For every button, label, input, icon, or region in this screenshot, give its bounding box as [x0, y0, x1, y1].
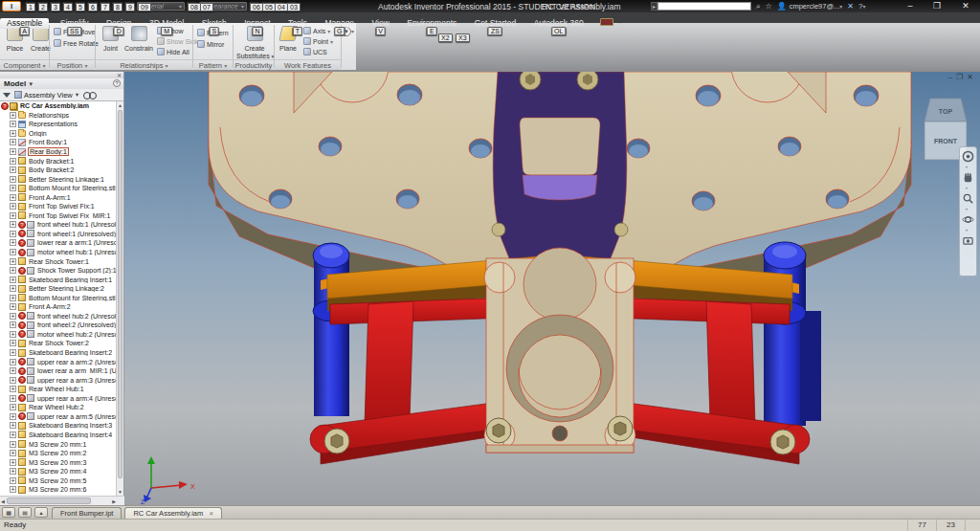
expand-plus-icon[interactable] [10, 295, 16, 301]
qat-button[interactable]: Appearance ▾ 07 [199, 2, 247, 11]
search-icon[interactable]: ⌕ [756, 2, 760, 11]
qat-button[interactable]: 05 [261, 2, 272, 11]
tree-item[interactable]: Rear Wheel Hub:2 [0, 403, 117, 412]
tree-item[interactable]: Skateboard Bearing Insert:3 [0, 421, 117, 431]
expand-plus-icon[interactable] [10, 148, 16, 155]
expand-plus-icon[interactable] [10, 239, 16, 246]
tree-item[interactable]: Front A-Arm:1 [0, 192, 117, 202]
expand-tabs-icon[interactable]: ▴ [34, 507, 48, 518]
expand-plus-icon[interactable] [10, 267, 16, 274]
expand-plus-icon[interactable] [10, 395, 16, 402]
expand-plus-icon[interactable] [10, 331, 16, 338]
tree-item[interactable]: Better Steering Linkage:1 [0, 174, 117, 184]
productivity-panel-label[interactable]: Productivity [234, 59, 274, 70]
expand-plus-icon[interactable] [10, 249, 16, 255]
tree-item[interactable]: ? motor wheel hub:2 (Unresolved) [0, 330, 117, 340]
ribbon-tab[interactable]: Tools T [281, 18, 314, 29]
help-icon[interactable]: ? [113, 79, 121, 87]
graphics-viewport[interactable]: X Z TOP FRONT –❐✕ ▾ [124, 72, 980, 505]
tab-close-icon[interactable]: ✕ [209, 511, 213, 517]
constrain-button[interactable]: Constrain [123, 25, 154, 59]
qat-button[interactable]: 08 [187, 2, 197, 11]
tree-item[interactable]: ? front wheel:1 (Unresolved) [0, 230, 117, 239]
rear-body-part[interactable] [493, 72, 627, 277]
component-panel-label[interactable]: Component ▾ [0, 59, 49, 70]
qat-button[interactable]: 7 [100, 2, 110, 11]
tree-item[interactable]: Skateboard Bearing Insert:1 [0, 275, 117, 284]
doc-minimize-icon[interactable]: – [948, 73, 956, 81]
expand-plus-icon[interactable] [10, 303, 16, 310]
ucs-button[interactable]: UCS [303, 47, 327, 56]
ribbon-tab[interactable]: Design D [100, 18, 138, 29]
tree-item[interactable]: M3 Screw 20 mm:3 [0, 457, 117, 467]
tree-item[interactable]: Origin [0, 129, 117, 139]
tile-windows-icon[interactable]: ▦ [2, 507, 15, 518]
qat-button[interactable]: 8 [112, 2, 122, 11]
qat-button[interactable]: 03 [286, 2, 297, 11]
tree-horizontal-scrollbar[interactable]: ◀ ▶ [0, 496, 124, 505]
ribbon-tab[interactable]: Sketch S [195, 18, 234, 29]
tree-item[interactable]: ? upper rear a arm:3 (Unresolved) [0, 375, 117, 385]
tree-item[interactable]: M3 Screw 20 mm:1 [0, 439, 117, 449]
expand-plus-icon[interactable] [10, 212, 16, 219]
work-features-panel-label[interactable]: Work Features [275, 59, 341, 70]
tree-item[interactable]: Front Body:1 [0, 138, 117, 147]
document-tab[interactable]: RC Car Assembly.iam ✕ [124, 507, 222, 519]
expand-plus-icon[interactable] [10, 139, 16, 145]
qat-button[interactable]: 5 [75, 2, 85, 11]
qat-button[interactable]: 6 [87, 2, 98, 11]
tree-item[interactable]: Skateboard Bearing Insert:4 [0, 431, 117, 440]
cascade-windows-icon[interactable]: ▤ [18, 507, 32, 518]
expand-plus-icon[interactable] [10, 349, 16, 356]
expand-plus-icon[interactable] [10, 231, 16, 237]
expand-plus-icon[interactable] [10, 359, 16, 365]
tree-item[interactable]: M3 Screw 20 mm:5 [0, 476, 117, 485]
qat-button[interactable]: Material ▾ 09 [137, 2, 185, 11]
tree-item[interactable]: ? RC Car Assembly.iam [0, 101, 117, 111]
expand-plus-icon[interactable] [10, 221, 16, 228]
tree-item[interactable]: Front A-Arm:2 [0, 302, 117, 312]
pan-hand-icon[interactable] [962, 171, 974, 184]
ribbon-tab[interactable]: Autodesk 360 OL [527, 18, 590, 29]
orbit-icon[interactable] [962, 213, 974, 226]
expand-plus-icon[interactable] [10, 450, 16, 456]
find-binoculars-icon[interactable] [83, 92, 95, 99]
hide-all-button[interactable]: Hide All [157, 47, 189, 56]
ribbon-tab[interactable]: View V [366, 18, 396, 29]
tree-item[interactable]: ? upper rear a arm:5 (Unresolved) [0, 412, 117, 422]
expand-plus-icon[interactable] [10, 340, 16, 346]
panel-grab-bar[interactable] [0, 72, 123, 78]
filter-funnel-icon[interactable] [3, 93, 11, 98]
tree-item[interactable]: Front Top Swivel Fix:1 [0, 202, 117, 211]
tree-item[interactable]: ? Shock Tower Support (2):1 (Unresolved) [0, 266, 117, 276]
expand-plus-icon[interactable] [10, 112, 16, 119]
doc-restore-icon[interactable]: ❐ [956, 73, 967, 81]
expand-plus-icon[interactable] [10, 441, 16, 448]
tree-item[interactable]: Better Steering Linkage:2 [0, 284, 117, 294]
expand-plus-icon[interactable] [10, 321, 16, 328]
help-search-input[interactable] [657, 2, 751, 11]
window-restore-button[interactable]: ❐ [924, 0, 949, 11]
tree-item[interactable]: Relationships [0, 111, 117, 121]
expand-plus-icon[interactable] [10, 203, 16, 210]
expand-plus-icon[interactable] [10, 194, 16, 201]
pattern-panel-label[interactable]: Pattern ▾ [193, 59, 233, 70]
qat-button[interactable]: 4 [62, 2, 73, 11]
expand-plus-icon[interactable] [10, 121, 16, 127]
zoom-magnifier-icon[interactable] [962, 192, 974, 205]
exchange-apps-icon[interactable]: ✕ [847, 2, 854, 11]
expand-plus-icon[interactable] [10, 158, 16, 165]
look-at-icon[interactable] [962, 234, 974, 247]
tree-item[interactable]: ? front wheel hub:1 (Unresolved) [0, 220, 117, 230]
expand-plus-icon[interactable] [10, 313, 16, 320]
tree-item[interactable]: Representations [0, 120, 117, 129]
point-button[interactable]: Point ▾ [303, 36, 333, 46]
qat-button[interactable]: 06 [249, 2, 259, 11]
expand-plus-icon[interactable] [10, 185, 16, 191]
expand-plus-icon[interactable] [10, 404, 16, 410]
position-panel-label[interactable]: Position ▾ [50, 59, 95, 70]
expand-plus-icon[interactable] [10, 377, 16, 384]
expand-plus-icon[interactable] [10, 477, 16, 484]
assembly-view-dropdown[interactable]: Assembly View ▼ [14, 91, 79, 100]
expand-plus-icon[interactable] [10, 468, 16, 475]
